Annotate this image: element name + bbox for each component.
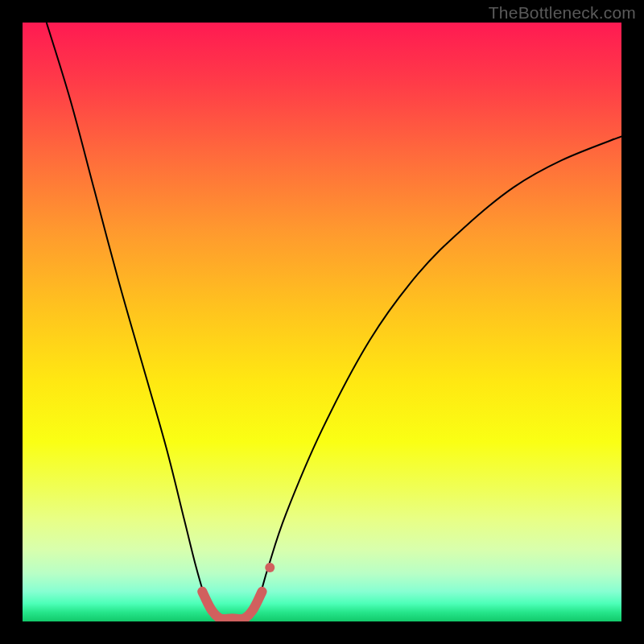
marker-threshold-dot [265,563,275,572]
plot-area [23,23,621,621]
series-threshold-band [202,592,262,619]
series-v-curve [47,23,621,621]
series-group [47,23,621,621]
chart-frame: TheBottleneck.com [0,0,644,644]
chart-svg [23,23,621,621]
watermark-text: TheBottleneck.com [489,3,636,23]
